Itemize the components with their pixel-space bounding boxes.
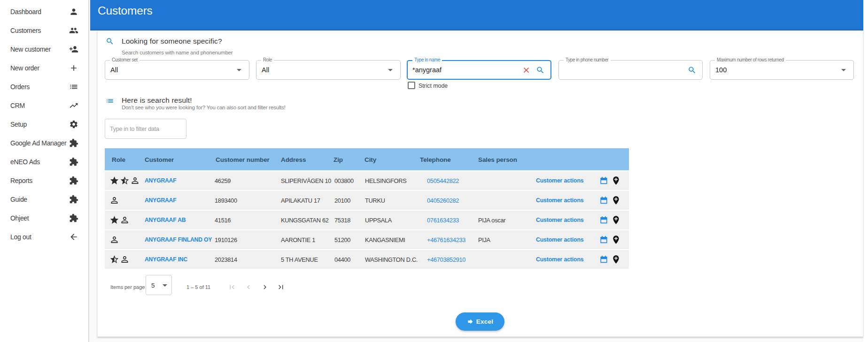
add-location-icon[interactable]	[611, 215, 621, 225]
next-page-icon[interactable]	[261, 283, 269, 291]
customer-set-select[interactable]: Customer set All	[105, 60, 249, 80]
column-header-role[interactable]: Role	[112, 156, 125, 163]
max-rows-select[interactable]: Maximum number of rows returned 100	[710, 60, 854, 80]
sidebar-item-setup[interactable]: Setup	[0, 115, 88, 134]
sidebar-item-log-out[interactable]: Log out	[0, 228, 88, 246]
phone-input-label: Type in phone number	[564, 57, 611, 62]
city-cell: TURKU	[365, 197, 385, 204]
sidebar-item-eneo-ads[interactable]: eNEO Ads	[0, 152, 88, 171]
sidebar-item-label: New order	[10, 64, 39, 72]
page-size-select[interactable]: 5	[146, 275, 172, 295]
customer-actions-link[interactable]: Customer actions	[536, 197, 583, 204]
customers-page: Dashboard Customers New customer New ord…	[0, 0, 868, 342]
customer-actions-link[interactable]: Customer actions	[536, 236, 583, 243]
calendar-icon[interactable]	[599, 236, 608, 244]
column-header-telephone[interactable]: Telephone	[420, 156, 451, 163]
sidebar-item-google-ad-manager[interactable]: Google Ad Manager	[0, 134, 88, 152]
list-icon	[106, 97, 114, 105]
column-header-city[interactable]: City	[364, 156, 376, 163]
sidebar-item-reports[interactable]: Reports	[0, 171, 88, 190]
calendar-icon[interactable]	[599, 196, 608, 205]
sidebar-item-new-customer[interactable]: New customer	[0, 40, 88, 59]
chevron-down-icon[interactable]	[841, 69, 846, 71]
strict-mode-checkbox[interactable]	[408, 82, 415, 89]
column-header-address[interactable]: Address	[281, 156, 306, 163]
excel-export-button[interactable]: Excel	[456, 312, 504, 331]
results-panel-subtitle: Don't see who you were looking for? You …	[122, 105, 286, 110]
add-location-icon[interactable]	[611, 255, 621, 265]
strict-mode-label: Strict mode	[418, 83, 448, 89]
list-icon	[69, 82, 78, 91]
calendar-icon[interactable]	[599, 255, 608, 264]
name-input[interactable]: Type in name *anygraaf	[407, 60, 551, 80]
calendar-icon[interactable]	[599, 176, 608, 185]
add-location-icon[interactable]	[611, 196, 621, 205]
sidebar-item-crm[interactable]: CRM	[0, 96, 88, 115]
first-page-icon[interactable]	[228, 283, 236, 291]
person-add-icon	[69, 45, 78, 54]
filter-input[interactable]: Type in to filter data	[105, 119, 186, 139]
sidebar-item-label: Setup	[10, 121, 27, 128]
sidebar-item-label: CRM	[10, 102, 25, 109]
sidebar-item-orders[interactable]: Orders	[0, 77, 88, 96]
customer-number-cell: 1893400	[215, 197, 237, 204]
clear-icon[interactable]	[522, 66, 531, 75]
sales-person-cell: PIJA oscar	[478, 217, 505, 224]
add-location-icon[interactable]	[611, 235, 621, 245]
calendar-icon[interactable]	[599, 216, 608, 225]
sidebar-item-dashboard[interactable]: Dashboard	[0, 2, 88, 21]
customer-link[interactable]: ANYGRAAF AB	[145, 217, 186, 223]
column-header-sales-person[interactable]: Sales person	[478, 156, 517, 163]
customer-set-value: All	[110, 66, 118, 74]
customer-link[interactable]: ANYGRAAF	[145, 197, 176, 204]
sidebar-item-guide[interactable]: Guide	[0, 190, 88, 209]
filter-input-placeholder: Type in to filter data	[110, 126, 159, 132]
max-rows-value: 100	[715, 66, 727, 74]
puzzle-icon	[69, 138, 78, 148]
chevron-down-icon[interactable]	[237, 69, 241, 71]
table-header: Role Customer Customer number Address Zi…	[105, 148, 629, 170]
column-header-customer-number[interactable]: Customer number	[216, 156, 270, 163]
previous-page-icon[interactable]	[244, 283, 253, 291]
customer-actions-link[interactable]: Customer actions	[536, 217, 583, 223]
telephone-link[interactable]: +46761634233	[427, 236, 465, 243]
search-icon[interactable]	[536, 66, 545, 75]
sidebar-item-customers[interactable]: Customers	[0, 21, 88, 40]
sidebar-item-label: Orders	[10, 83, 30, 91]
puzzle-icon	[69, 195, 78, 204]
role-select[interactable]: Role All	[256, 60, 401, 80]
telephone-link[interactable]: 0505442822	[427, 177, 459, 184]
customer-actions-link[interactable]: Customer actions	[536, 177, 583, 184]
chevron-down-icon[interactable]	[388, 69, 393, 71]
table-row: ANYGRAAF 46259 SLIPERIVÄGEN 10 003800 HE…	[105, 171, 629, 190]
column-header-zip[interactable]: Zip	[333, 156, 343, 163]
person-icon	[69, 7, 78, 16]
customer-link[interactable]: ANYGRAAF	[145, 177, 176, 184]
name-input-value: *anygraaf	[412, 66, 442, 74]
sidebar-nav: Dashboard Customers New customer New ord…	[0, 2, 88, 246]
search-icon	[106, 37, 114, 46]
telephone-link[interactable]: +46703852910	[427, 256, 465, 263]
puzzle-icon	[69, 157, 78, 167]
column-header-customer[interactable]: Customer	[145, 156, 174, 163]
excel-button-label: Excel	[476, 318, 493, 325]
sidebar-item-new-order[interactable]: New order	[0, 59, 88, 77]
sidebar-item-label: Log out	[10, 233, 31, 241]
people-icon	[69, 26, 78, 35]
customer-number-cell: 1910126	[215, 236, 237, 243]
zip-cell: 51200	[334, 236, 350, 243]
sidebar-item-ohjeet[interactable]: Ohjeet	[0, 209, 88, 228]
customer-link[interactable]: ANYGRAAF INC	[145, 256, 187, 263]
last-page-icon[interactable]	[277, 283, 285, 291]
phone-input[interactable]: Type in phone number	[558, 60, 703, 80]
telephone-link[interactable]: 0761634233	[427, 217, 459, 224]
sidebar-item-label: Reports	[10, 177, 32, 184]
customer-link[interactable]: ANYGRAAF FINLAND OY	[145, 236, 212, 243]
city-cell: WASHINGTON D.C.	[365, 256, 418, 263]
search-icon[interactable]	[688, 66, 697, 75]
chevron-down-icon	[163, 284, 167, 287]
telephone-link[interactable]: 0405260282	[427, 197, 459, 204]
results-panel-title: Here is search result!	[122, 96, 192, 105]
add-location-icon[interactable]	[611, 176, 621, 186]
customer-actions-link[interactable]: Customer actions	[536, 256, 583, 263]
